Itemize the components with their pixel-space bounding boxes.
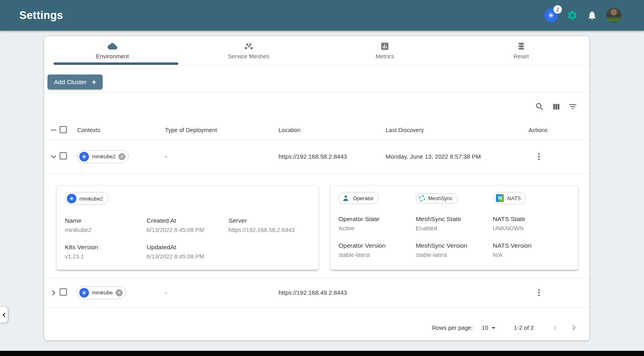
row-checkbox[interactable]	[60, 288, 67, 296]
tab-reset-label: Reset	[514, 53, 529, 60]
cluster-chip-label: minikube2	[79, 196, 103, 202]
column-header-location: Location	[279, 127, 386, 133]
rows-per-page-label: Rows per page:	[432, 325, 473, 331]
app-header: Settings 2	[0, 0, 644, 31]
field-nats-version: NATS Version N/A	[493, 242, 570, 258]
sidebar-collapse-toggle[interactable]	[0, 307, 8, 323]
kubernetes-icon	[67, 194, 76, 203]
cluster-detail-card: minikube2 Name minikube2 Created At 6/13…	[56, 185, 319, 270]
tab-environment[interactable]: Environment	[44, 36, 181, 65]
filter-button[interactable]	[568, 101, 578, 112]
chevron-left-icon	[1, 312, 7, 318]
location-cell: https://192.168.49.2:8443	[279, 289, 386, 296]
operator-chip[interactable]: Operator	[339, 192, 379, 204]
type-of-deployment-cell: -	[165, 153, 279, 160]
type-of-deployment-cell: -	[165, 289, 279, 296]
context-chip-label: minikube	[92, 290, 113, 296]
service-mesh-icon	[243, 41, 255, 51]
expand-all-toggle[interactable]	[47, 125, 60, 135]
tab-metrics-label: Metrics	[376, 53, 394, 60]
kubernetes-contexts-button[interactable]: 2	[544, 8, 558, 22]
field-server: Server https://192.168.58.2:8443	[229, 217, 310, 233]
settings-tabs: Environment Service Meshes Metrics	[44, 36, 589, 65]
table-row: minikube × - https://192.168.49.2:8443	[44, 278, 589, 307]
column-header-contexts: Contexts	[77, 127, 165, 133]
previous-page-button[interactable]	[551, 323, 560, 333]
operator-chip-label: Operator	[353, 195, 374, 201]
filter-icon	[568, 102, 578, 112]
active-tab-indicator	[54, 62, 178, 65]
columns-icon	[551, 102, 561, 112]
kebab-menu-icon	[534, 152, 544, 161]
field-name: Name minikube2	[65, 217, 147, 233]
tab-service-meshes-label: Service Meshes	[228, 53, 269, 60]
tab-service-meshes[interactable]: Service Meshes	[181, 36, 317, 65]
metrics-chart-icon	[380, 41, 390, 51]
field-operator-version: Operator Version stable-latest	[339, 242, 416, 258]
select-all-checkbox[interactable]	[60, 126, 67, 133]
user-avatar[interactable]	[606, 8, 621, 23]
bell-icon	[587, 10, 597, 21]
plus-icon: +	[92, 78, 96, 86]
context-count-badge: 2	[553, 5, 562, 14]
table-pagination: Rows per page: 10 1-2 of 2	[44, 315, 589, 340]
kubernetes-icon	[79, 152, 89, 161]
expanded-row-panel: minikube2 Name minikube2 Created At 6/13…	[44, 174, 589, 278]
context-chip-minikube2[interactable]: minikube2 ×	[77, 150, 129, 163]
row-actions-menu-button[interactable]	[534, 288, 544, 298]
nats-chip[interactable]: N NATS	[493, 192, 526, 204]
meshsync-chip-label: MeshSync	[428, 195, 453, 201]
nats-chip-label: NATS	[507, 195, 521, 201]
field-k8s-version: K8s Version v1.23.1	[65, 244, 147, 260]
search-icon	[535, 102, 545, 112]
rows-per-page-select[interactable]: 10	[482, 325, 495, 331]
field-meshsync-state: MeshSync State Enabled	[416, 215, 493, 232]
tab-reset[interactable]: Reset	[453, 36, 590, 65]
notifications-bell-button[interactable]	[587, 10, 597, 21]
column-header-type: Type of Deployment	[165, 127, 279, 133]
settings-gear-button[interactable]	[567, 10, 578, 21]
add-cluster-button[interactable]: Add Cluster +	[47, 75, 103, 89]
collapse-row-button[interactable]	[47, 151, 60, 162]
expand-row-button[interactable]	[47, 288, 60, 298]
field-created-at: Created At 6/13/2022 8:45:08 PM	[147, 217, 228, 233]
add-cluster-label: Add Cluster	[54, 79, 87, 86]
nats-icon: N	[496, 194, 504, 202]
settings-card: Environment Service Meshes Metrics	[44, 36, 589, 340]
remove-context-icon[interactable]: ×	[116, 289, 123, 296]
table-toolbar	[44, 93, 589, 121]
cloud-icon	[107, 41, 118, 51]
context-chip-minikube[interactable]: minikube ×	[77, 286, 126, 299]
field-nats-state: NATS State UNKNOWN	[493, 215, 570, 232]
bottom-edge-bar	[0, 351, 644, 356]
meshsync-icon	[419, 195, 425, 201]
header-icons: 2	[544, 8, 621, 23]
next-page-button[interactable]	[569, 323, 579, 333]
kebab-menu-icon	[534, 288, 544, 298]
context-chip-label: minikube2	[92, 153, 116, 159]
caret-down-icon	[491, 327, 495, 329]
last-discovery-cell: Monday, June 13, 2022 8:57:38 PM	[386, 153, 528, 160]
chevron-right-icon	[569, 323, 579, 333]
column-header-last-discovery: Last Discovery	[386, 127, 528, 133]
chevron-right-icon	[48, 288, 59, 298]
table-header-row: Contexts Type of Deployment Location Las…	[44, 121, 589, 140]
minus-icon	[49, 125, 58, 135]
remove-context-icon[interactable]: ×	[118, 153, 126, 160]
meshsync-chip[interactable]: MeshSync	[416, 193, 458, 203]
services-detail-card: Operator MeshSync N NATS Operator State …	[330, 185, 578, 270]
rows-per-page-value: 10	[482, 325, 488, 331]
search-button[interactable]	[535, 101, 545, 112]
field-meshsync-version: MeshSync Version stable-latest	[416, 242, 493, 258]
location-cell: https://192.168.58.2:8443	[279, 153, 386, 160]
row-checkbox[interactable]	[60, 152, 67, 159]
table-row: minikube2 × - https://192.168.58.2:8443 …	[44, 140, 589, 174]
cluster-chip[interactable]: minikube2	[65, 192, 108, 205]
tab-metrics[interactable]: Metrics	[317, 36, 453, 65]
service-fields: Operator State Active MeshSync State Ena…	[339, 215, 570, 258]
gear-icon	[567, 10, 578, 21]
page-range: 1-2 of 2	[514, 325, 534, 331]
view-columns-button[interactable]	[551, 101, 561, 112]
row-actions-menu-button[interactable]	[534, 152, 544, 161]
page-title: Settings	[19, 9, 63, 22]
